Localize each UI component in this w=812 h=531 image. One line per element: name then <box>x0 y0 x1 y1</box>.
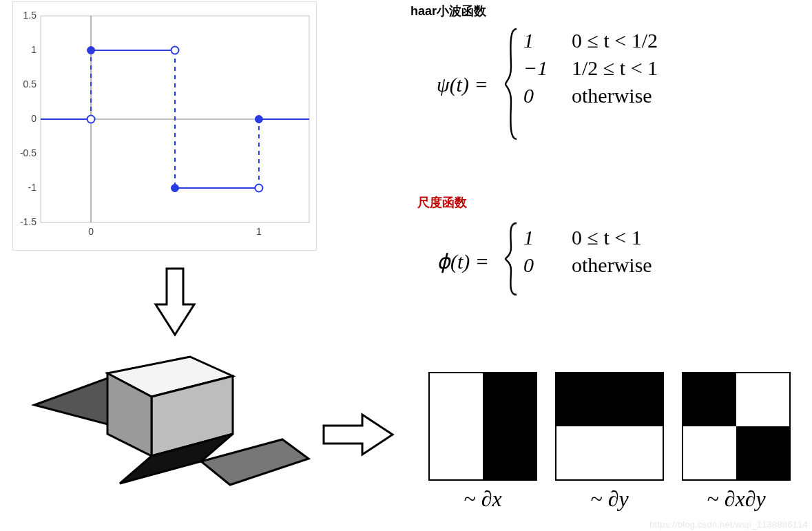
haar-feature-dx <box>428 372 537 481</box>
case-row: 0 otherwise <box>523 85 658 106</box>
ytick: 1.5 <box>23 10 37 21</box>
ytick: 1 <box>31 44 37 55</box>
case-value: 0 <box>523 85 555 106</box>
ytick: 0.5 <box>23 79 37 90</box>
formula-psi-lhs: ψ(t) = <box>437 74 488 95</box>
case-cond: otherwise <box>572 255 652 275</box>
formula-phi: ϕ(t) = 1 0 ≤ t < 1 0 otherwise <box>437 220 795 303</box>
marker-filled <box>87 47 95 54</box>
haar-1d-plot: 1.5 1 0.5 0 -0.5 -1 -1.5 0 1 <box>12 1 317 251</box>
haar-feature-dy <box>555 372 664 481</box>
arrow-right-icon <box>321 410 397 459</box>
brace-icon <box>504 26 518 145</box>
case-value: 0 <box>523 255 555 275</box>
marker-filled <box>171 185 179 192</box>
ytick: -1.5 <box>20 216 37 227</box>
heading-scale-fn: 尺度函数 <box>417 194 467 211</box>
marker-filled <box>255 116 262 123</box>
case-cond: 1/2 ≤ t < 1 <box>572 58 658 79</box>
marker-open <box>255 185 262 192</box>
xtick: 0 <box>88 226 94 237</box>
case-row: 1 0 ≤ t < 1 <box>523 227 652 248</box>
marker-open <box>87 116 95 123</box>
ytick: -0.5 <box>20 147 37 158</box>
feature-label-dxdy: ~ ∂x∂y <box>682 486 791 512</box>
formula-psi-cases: 1 0 ≤ t < 1/2 −1 1/2 ≤ t < 1 0 otherwise <box>523 30 658 106</box>
formula-psi: ψ(t) = 1 0 ≤ t < 1/2 −1 1/2 ≤ t < 1 0 ot… <box>437 26 795 143</box>
case-value: 1 <box>523 227 555 248</box>
case-value: 1 <box>523 30 555 51</box>
feature-label-dy: ~ ∂y <box>555 486 664 512</box>
plot-svg: 1.5 1 0.5 0 -0.5 -1 -1.5 0 1 <box>13 2 316 250</box>
feature-black-half <box>556 373 663 426</box>
arrow-down-icon <box>153 266 197 337</box>
case-cond: 0 ≤ t < 1 <box>572 227 642 248</box>
watermark: https://blog.csdn.net/wsp_1138886114 <box>649 519 808 530</box>
ytick: -1 <box>28 182 37 193</box>
feature-black-half <box>483 373 536 479</box>
case-row: −1 1/2 ≤ t < 1 <box>523 58 658 79</box>
ytick: 0 <box>31 113 37 124</box>
formula-phi-cases: 1 0 ≤ t < 1 0 otherwise <box>523 227 652 275</box>
svg-marker-0 <box>156 269 194 335</box>
case-value: −1 <box>523 58 555 79</box>
heading-haar-wavelet: haar小波函数 <box>410 3 486 19</box>
case-row: 0 otherwise <box>523 255 652 275</box>
marker-open <box>171 47 179 54</box>
haar-feature-dxdy <box>682 372 791 481</box>
brace-icon <box>504 220 518 301</box>
svg-marker-8 <box>324 415 393 455</box>
case-row: 1 0 ≤ t < 1/2 <box>523 30 658 51</box>
xtick: 1 <box>256 226 262 237</box>
feature-label-dx: ~ ∂x <box>428 486 537 512</box>
case-cond: otherwise <box>572 85 652 106</box>
feature-black-quad <box>736 426 789 479</box>
formula-phi-lhs: ϕ(t) = <box>437 251 489 272</box>
feature-black-quad <box>683 373 736 426</box>
haar-3d-basis <box>26 343 315 515</box>
case-cond: 0 ≤ t < 1/2 <box>572 30 658 51</box>
